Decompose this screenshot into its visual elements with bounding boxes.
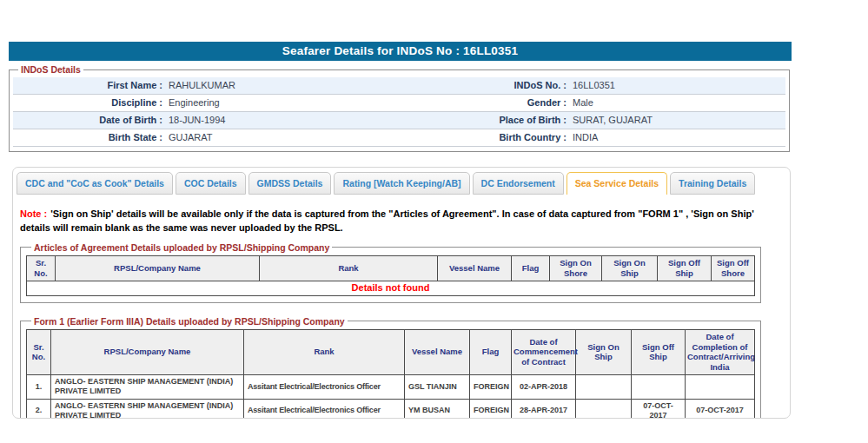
column-header-sr-no: Sr. No. [27, 329, 51, 375]
tab-dc-endorsement[interactable]: DC Endorsement [473, 172, 564, 195]
column-header-rank: Rank [260, 255, 438, 281]
tab-coc-details[interactable]: COC Details [176, 172, 246, 195]
details-row: Date of Birth : 18-JUN-1994 Place of Bir… [13, 112, 785, 129]
empty-row: Details not found [27, 281, 755, 295]
note-text: 'Sign on Ship' details will be available… [20, 208, 754, 233]
column-header-rpsl-company-name: RPSL/Company Name [51, 329, 244, 375]
note-prefix: Note : [20, 208, 47, 219]
tab-rating-watch-keeping-ab[interactable]: Rating [Watch Keeping/AB] [334, 172, 469, 195]
agreement-header-row: Sr. No.RPSL/Company NameRankVessel NameF… [27, 255, 755, 281]
table-cell: ANGLO- EASTERN SHIP MANAGEMENT (INDIA) P… [51, 375, 244, 400]
empty-message: Details not found [27, 281, 755, 295]
details-row: Discipline : Engineering Gender : Male [13, 95, 785, 112]
column-header-sign-off-ship: Sign Off Ship [632, 329, 686, 375]
column-header-vessel-name: Vessel Name [405, 329, 470, 375]
table-cell: ANGLO- EASTERN SHIP MANAGEMENT (INDIA) P… [51, 399, 244, 419]
content-panel: CDC and "CoC as Cook" DetailsCOC Details… [12, 167, 791, 419]
column-header-sign-on-shore: Sign On Shore [550, 255, 602, 281]
column-header-sign-off-shore: Sign Off Shore [712, 255, 755, 281]
place-of-birth-label: Place of Birth : [401, 112, 567, 129]
indos-no-value: 16LL0351 [567, 77, 785, 94]
column-header-sign-on-ship: Sign On Ship [602, 255, 658, 281]
tab-cdc-and-coc-as-cook-details[interactable]: CDC and "CoC as Cook" Details [17, 172, 173, 195]
agreement-table: Sr. No.RPSL/Company NameRankVessel NameF… [26, 255, 755, 296]
tab-gmdss-details[interactable]: GMDSS Details [248, 172, 332, 195]
tab-strip: CDC and "CoC as Cook" DetailsCOC Details… [13, 168, 790, 195]
table-row: 2.ANGLO- EASTERN SHIP MANAGEMENT (INDIA)… [27, 399, 755, 419]
column-header-sr-no: Sr. No. [27, 255, 56, 281]
table-cell: FOREIGN [470, 399, 512, 419]
form1-legend: Form 1 (Earlier Form IIIA) Details uploa… [31, 316, 348, 327]
page: Seafarer Details for INDoS No : 16LL0351… [0, 42, 868, 443]
column-header-rank: Rank [244, 329, 405, 375]
column-header-rpsl-company-name: RPSL/Company Name [56, 255, 260, 281]
agreement-fieldset: Articles of Agreement Details uploaded b… [20, 242, 761, 303]
birth-country-value: INDIA [567, 129, 785, 146]
table-cell: GSL TIANJIN [405, 375, 470, 400]
details-row: First Name : RAHULKUMAR INDoS No. : 16LL… [13, 77, 785, 95]
date-of-birth-label: Date of Birth : [13, 112, 162, 129]
form1-table: Sr. No.RPSL/Company NameRankVessel NameF… [26, 329, 755, 419]
birth-state-label: Birth State : [13, 129, 162, 146]
discipline-value: Engineering [162, 95, 401, 111]
indos-details-legend: INDoS Details [18, 64, 83, 75]
date-of-birth-value: 18-JUN-1994 [162, 112, 401, 129]
tab-sea-service-details[interactable]: Sea Service Details [567, 172, 667, 195]
column-header-date-of-completion-of-contract-arriving-india: Date of Completion of Contract/Arriving … [686, 329, 755, 375]
table-cell: Assitant Electrical/Electronics Officer [244, 375, 405, 400]
indos-details-fieldset: INDoS Details First Name : RAHULKUMAR IN… [9, 64, 790, 152]
agreement-legend: Articles of Agreement Details uploaded b… [31, 242, 332, 253]
tab-training-details[interactable]: Training Details [670, 172, 755, 195]
table-cell [576, 375, 632, 400]
first-name-value: RAHULKUMAR [162, 77, 401, 94]
gender-label: Gender : [401, 95, 567, 111]
page-title: Seafarer Details for INDoS No : 16LL0351 [9, 42, 792, 61]
table-cell [632, 375, 686, 400]
column-header-sign-on-ship: Sign On Ship [576, 329, 632, 375]
table-cell [686, 375, 755, 400]
table-row: 1.ANGLO- EASTERN SHIP MANAGEMENT (INDIA)… [27, 375, 755, 400]
note: Note :'Sign on Ship' details will be ava… [20, 208, 779, 235]
gender-value: Male [567, 95, 785, 111]
column-header-sign-off-ship: Sign Off Ship [658, 255, 712, 281]
table-cell: 1. [27, 375, 51, 400]
form1-fieldset: Form 1 (Earlier Form IIIA) Details uploa… [20, 316, 761, 419]
form1-table-body: 1.ANGLO- EASTERN SHIP MANAGEMENT (INDIA)… [27, 375, 755, 419]
table-cell [576, 399, 632, 419]
form1-header-row: Sr. No.RPSL/Company NameRankVessel NameF… [27, 329, 755, 375]
column-header-vessel-name: Vessel Name [438, 255, 512, 281]
place-of-birth-value: SURAT, GUJARAT [567, 112, 785, 129]
table-cell: 28-APR-2017 [512, 399, 576, 419]
table-cell: 07-OCT-2017 [686, 399, 755, 419]
birth-country-label: Birth Country : [401, 129, 567, 146]
column-header-date-of-commencement-of-contract: Date of Commencement of Contract [512, 329, 576, 375]
table-cell: 02-APR-2018 [512, 375, 576, 400]
birth-state-value: GUJARAT [162, 129, 401, 146]
table-cell: 2. [27, 399, 51, 419]
column-header-flag: Flag [470, 329, 512, 375]
column-header-flag: Flag [512, 255, 550, 281]
first-name-label: First Name : [13, 77, 162, 94]
discipline-label: Discipline : [13, 95, 162, 111]
table-cell: YM BUSAN [405, 399, 470, 419]
table-cell: FOREIGN [470, 375, 512, 400]
indos-no-label: INDoS No. : [401, 77, 567, 94]
table-cell: 07-OCT-2017 [632, 399, 686, 419]
details-row: Birth State : GUJARAT Birth Country : IN… [13, 129, 785, 147]
agreement-table-body: Details not found [27, 281, 755, 295]
table-cell: Assitant Electrical/Electronics Officer [244, 399, 405, 419]
